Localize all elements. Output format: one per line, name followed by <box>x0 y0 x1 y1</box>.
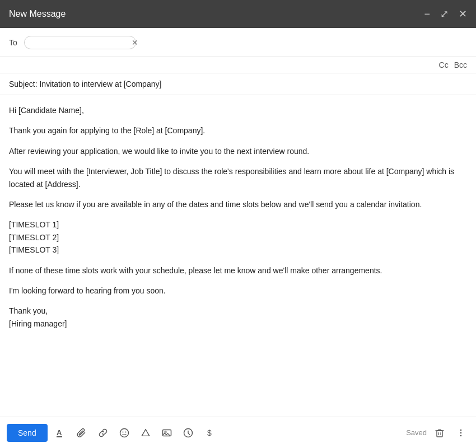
compose-window: New Message − ⤢ ✕ To ✕ Cc Bcc Subject: I… <box>0 0 476 448</box>
photo-icon[interactable] <box>158 424 175 441</box>
body-paragraph-2: Thank you again for applying to the [Rol… <box>9 124 467 137</box>
body-area[interactable]: Hi [Candidate Name], Thank you again for… <box>0 95 476 417</box>
to-input-wrapper[interactable]: ✕ <box>24 36 136 49</box>
window-title: New Message <box>9 9 66 19</box>
drive-icon[interactable] <box>137 424 154 441</box>
svg-text:A: A <box>57 428 62 437</box>
schedule-icon[interactable] <box>180 424 197 441</box>
attach-icon[interactable] <box>73 424 90 441</box>
title-bar: New Message − ⤢ ✕ <box>0 0 476 28</box>
svg-point-6 <box>165 431 166 433</box>
link-icon[interactable] <box>95 424 111 441</box>
dollar-icon[interactable]: $ <box>201 424 218 441</box>
subject-row: Subject: Invitation to interview at [Com… <box>0 73 476 95</box>
to-input[interactable] <box>30 38 128 47</box>
body-paragraph-8: I'm looking forward to hearing from you … <box>9 284 467 297</box>
cc-bcc-row: Cc Bcc <box>0 57 476 73</box>
emoji-icon[interactable] <box>116 424 133 441</box>
svg-rect-9 <box>437 431 442 437</box>
expand-button[interactable]: ⤢ <box>440 9 449 19</box>
bcc-button[interactable]: Bcc <box>454 60 467 69</box>
cc-bcc-links: Cc Bcc <box>439 60 467 69</box>
send-button[interactable]: Send <box>7 424 48 442</box>
svg-point-4 <box>125 431 126 432</box>
body-paragraph-9: Thank you,[Hiring manager] <box>9 305 467 330</box>
svg-rect-5 <box>162 430 171 436</box>
svg-point-2 <box>120 428 128 437</box>
window-controls: − ⤢ ✕ <box>424 9 467 19</box>
svg-text:$: $ <box>207 428 212 437</box>
body-paragraph-4: You will meet with the [Interviewer, Job… <box>9 165 467 190</box>
svg-point-3 <box>122 431 123 432</box>
body-paragraph-6: [TIMESLOT 1][TIMESLOT 2][TIMESLOT 3] <box>9 218 467 256</box>
svg-point-11 <box>460 432 462 433</box>
toolbar: Send A <box>0 417 476 448</box>
to-clear-button[interactable]: ✕ <box>132 38 138 47</box>
format-text-icon[interactable]: A <box>52 424 69 441</box>
to-row: To ✕ <box>0 28 476 57</box>
close-button[interactable]: ✕ <box>459 9 467 19</box>
svg-point-10 <box>460 429 462 431</box>
subject-text: Subject: Invitation to interview at [Com… <box>9 80 161 88</box>
minimize-button[interactable]: − <box>424 9 430 19</box>
more-options-icon[interactable] <box>452 424 469 441</box>
trash-icon[interactable] <box>431 424 448 441</box>
saved-status: Saved <box>406 428 427 437</box>
svg-rect-1 <box>57 436 62 437</box>
to-label: To <box>9 38 17 47</box>
cc-button[interactable]: Cc <box>439 60 449 69</box>
body-paragraph-5: Please let us know if you are available … <box>9 198 467 211</box>
body-paragraph-3: After reviewing your application, we wou… <box>9 145 467 157</box>
body-paragraph-1: Hi [Candidate Name], <box>9 104 467 116</box>
svg-point-12 <box>460 435 462 436</box>
body-paragraph-7: If none of these time slots work with yo… <box>9 264 467 277</box>
